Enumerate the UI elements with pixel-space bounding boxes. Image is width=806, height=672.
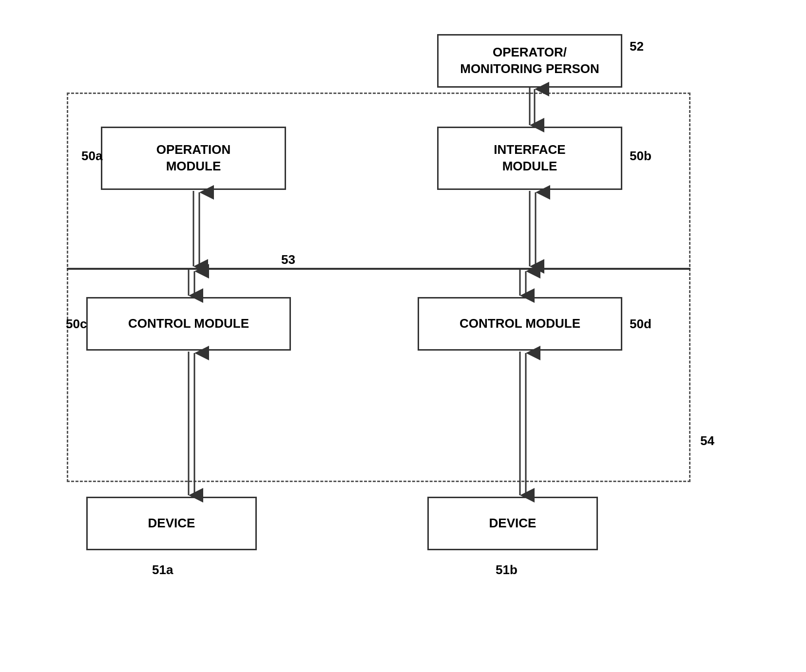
diagram: 54 OPERATOR/MONITORING PERSON 52 INTERFA… (38, 24, 768, 648)
arrows-svg (38, 24, 768, 648)
